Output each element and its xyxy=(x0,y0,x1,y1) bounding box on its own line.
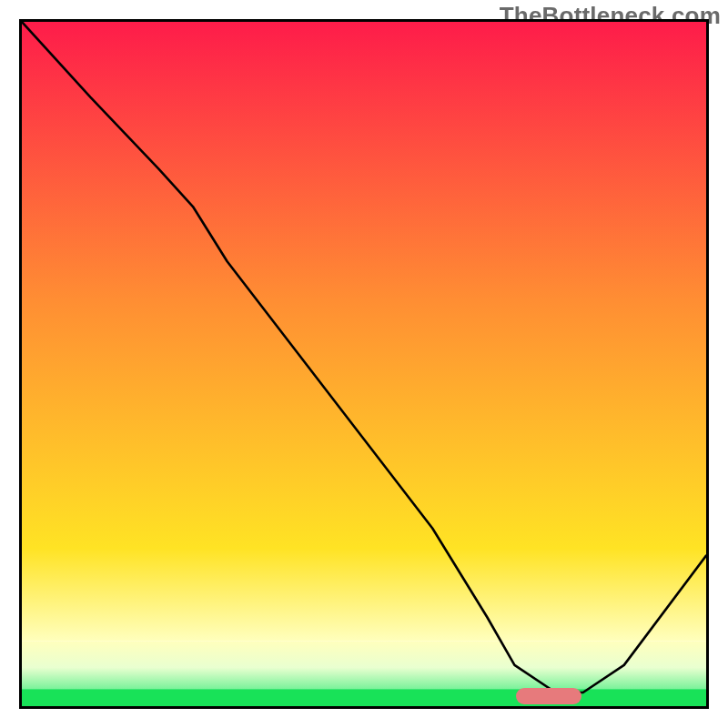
plot-frame xyxy=(19,19,709,709)
main-curve xyxy=(22,22,706,706)
chart-container: TheBottleneck.com xyxy=(0,0,728,728)
optimal-marker xyxy=(516,688,581,704)
